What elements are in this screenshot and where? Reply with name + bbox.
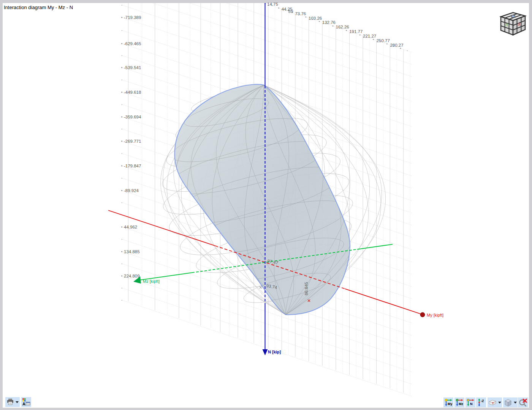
print-button[interactable]: [5, 397, 20, 407]
cube-top-marker: [511, 15, 515, 17]
minus-z-axis-icon: -Z: [477, 398, 485, 407]
rotate-my-button[interactable]: My: [443, 397, 453, 407]
solid-cube-icon: [504, 398, 512, 407]
n-axis-tick-label: 44.962: [124, 225, 137, 229]
mz-axis-icon: Mz: [456, 399, 463, 407]
interaction-surface[interactable]: [163, 84, 372, 315]
isometric-view-icon: [488, 399, 497, 406]
annotation-label: 86.845: [304, 282, 309, 295]
my-axis-tick-label: 221.27: [363, 34, 376, 38]
my-axis-tick-label: 103.26: [309, 16, 322, 20]
n-axis-tick-label: -359.694: [124, 115, 141, 119]
n-axis-label: N [kip]: [268, 350, 281, 354]
printer-icon: [6, 398, 14, 406]
n-axis-tick-label: 224.809: [124, 274, 140, 278]
my-axis-end-sphere: [420, 312, 425, 317]
mz-button-label: Mz: [459, 402, 463, 406]
view-minus-z-button[interactable]: -Z: [476, 397, 486, 407]
my-axis-tick-label: 132.76: [322, 20, 336, 25]
page-title: Interaction diagram My - Mz - N: [4, 5, 73, 10]
n-axis-tick-label: -269.771: [124, 139, 141, 144]
svg-text:A: A: [22, 402, 25, 406]
my-axis-scale: 14.7544.255973.76103.26132.76162.26191.7…: [265, 2, 408, 51]
minus-z-button-label: -Z: [481, 399, 484, 403]
n-axis-arrow-icon: [263, 349, 268, 355]
my-axis-tick-label: 162.26: [336, 25, 349, 29]
my-button-label: My: [448, 402, 452, 406]
n-axis-tick-label: -539.541: [124, 65, 141, 70]
mz-axis-label: Mz [kipft]: [143, 279, 160, 284]
cube-left-face-label[interactable]: -Y: [505, 23, 508, 27]
navigation-cube[interactable]: -Y -X: [497, 6, 529, 38]
display-properties-button[interactable]: A: [21, 397, 31, 407]
n-axis-tick-label: -89.924: [124, 188, 139, 193]
my-axis-tick-label: 250.77: [377, 38, 390, 43]
navigation-cube-body[interactable]: -Y -X: [501, 13, 525, 35]
print-dropdown-arrow-icon[interactable]: [16, 401, 19, 403]
bottom-border: [3, 408, 529, 410]
display-mode-dropdown-arrow-icon[interactable]: [514, 402, 517, 404]
app-window: -719.389-629.465-539.541-449.618-359.694…: [0, 0, 532, 410]
n-axis-tick-label: -179.847: [124, 164, 141, 168]
my-axis-tick-label: 59: [288, 9, 293, 14]
intersection-marker: [260, 286, 262, 289]
n-axis-tick-label: 134.885: [124, 249, 140, 254]
rotate-n-button[interactable]: N: [466, 397, 475, 407]
cancel-zoom-icon: [519, 398, 528, 407]
n-axis-tick-label: -719.389: [124, 15, 141, 20]
my-axis-tick-label: 73.76: [295, 11, 306, 16]
isometric-view-button[interactable]: [488, 397, 502, 407]
my-axis-tick-label: 191.77: [349, 29, 363, 34]
my-axis-tick-label: 280.27: [390, 43, 403, 47]
cube-right-face-label[interactable]: -X: [517, 22, 521, 27]
n-axis-tick-label: -449.618: [124, 90, 141, 95]
interaction-diagram: -719.389-629.465-539.541-449.618-359.694…: [0, 0, 532, 410]
n-button-label: N: [470, 402, 473, 406]
n-axis-scale: -719.389-629.465-539.541-449.618-359.694…: [121, 5, 141, 301]
cancel-zoom-button[interactable]: [518, 397, 528, 407]
rotate-mz-button[interactable]: Mz: [454, 397, 464, 407]
my-axis-tick-label: 14.75: [267, 2, 278, 6]
n-axis-icon: N: [467, 399, 474, 407]
n-axis-tick-label: -629.465: [124, 41, 141, 46]
my-axis-label: My [kipft]: [427, 313, 443, 317]
display-properties-icon: A: [22, 398, 30, 406]
diagram-svg: -719.389-629.465-539.541-449.618-359.694…: [0, 0, 532, 410]
my-axis-icon: My: [445, 399, 452, 407]
display-mode-button[interactable]: [503, 397, 518, 407]
isometric-dropdown-arrow-icon[interactable]: [498, 402, 501, 404]
